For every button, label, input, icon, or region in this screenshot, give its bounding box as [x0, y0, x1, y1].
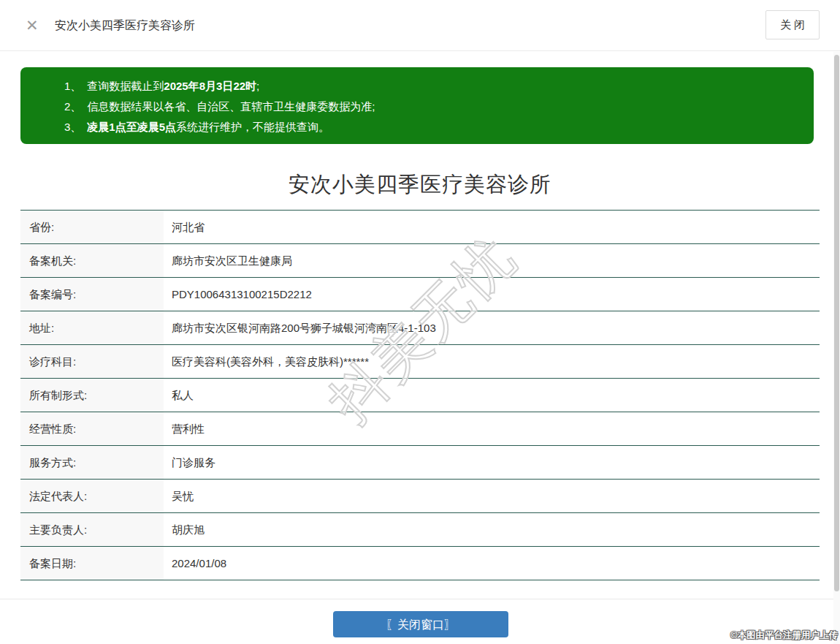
notice-text: ; [256, 80, 259, 92]
row-value: PDY10064313100215D2212 [164, 278, 820, 311]
close-button[interactable]: 关 闭 [765, 10, 820, 39]
row-value: 私人 [164, 379, 820, 412]
header-bar: ✕ 安次小美四季医疗美容诊所 关 闭 [0, 0, 840, 51]
table-row: 诊疗科目:医疗美容科(美容外科，美容皮肤科)****** [20, 345, 820, 379]
row-label: 备案编号: [20, 278, 164, 311]
row-value: 吴忧 [164, 480, 820, 512]
notice-num: 3、 [64, 121, 81, 133]
attribution-watermark: ©本图由平台注册用户上传 [730, 629, 838, 642]
notice-box: 1、查询数据截止到2025年8月3日22时; 2、信息数据结果以各省、自治区、直… [20, 67, 814, 144]
table-row: 主要负责人:胡庆旭 [20, 513, 820, 547]
table-row: 省份:河北省 [20, 211, 820, 244]
row-value: 营利性 [164, 412, 820, 445]
row-label: 备案机关: [20, 244, 164, 277]
notice-text: 系统进行维护，不能提供查询。 [176, 121, 329, 133]
table-row: 法定代表人:吴忧 [20, 480, 820, 513]
row-value: 廊坊市安次区卫生健康局 [164, 244, 820, 277]
notice-num: 2、 [64, 100, 81, 113]
footer-divider [0, 599, 840, 599]
scrollbar-thumb[interactable] [834, 55, 839, 591]
row-value: 门诊服务 [164, 446, 820, 479]
detail-table: 省份:河北省备案机关:廊坊市安次区卫生健康局备案编号:PDY1006431310… [20, 210, 820, 580]
notice-num: 1、 [64, 80, 81, 92]
notice-line-2: 2、信息数据结果以各省、自治区、直辖市卫生健康委数据为准; [64, 96, 799, 117]
row-label: 所有制形式: [20, 379, 164, 412]
table-row: 服务方式:门诊服务 [20, 446, 820, 480]
table-row: 经营性质:营利性 [20, 412, 820, 446]
row-value: 廊坊市安次区银河南路200号狮子城银河湾南区4-1-103 [164, 311, 820, 344]
table-row: 备案编号:PDY10064313100215D2212 [20, 278, 820, 311]
scrollbar-track[interactable] [833, 52, 840, 644]
close-icon[interactable]: ✕ [26, 16, 39, 35]
row-label: 诊疗科目: [20, 345, 164, 378]
row-label: 省份: [20, 211, 164, 243]
row-value: 2024/01/08 [164, 547, 820, 580]
row-label: 备案日期: [20, 547, 164, 580]
notice-text-bold: 2025年8月3日22时 [164, 80, 256, 92]
row-label: 服务方式: [20, 446, 164, 479]
row-value: 胡庆旭 [164, 513, 820, 546]
row-label: 经营性质: [20, 412, 164, 445]
notice-text: 查询数据截止到 [87, 80, 164, 92]
notice-line-1: 1、查询数据截止到2025年8月3日22时; [64, 76, 799, 96]
row-label: 地址: [20, 311, 164, 344]
row-label: 法定代表人: [20, 480, 164, 512]
notice-line-3: 3、凌晨1点至凌晨5点系统进行维护，不能提供查询。 [64, 117, 799, 137]
table-row: 地址:廊坊市安次区银河南路200号狮子城银河湾南区4-1-103 [20, 311, 820, 345]
table-row: 所有制形式:私人 [20, 379, 820, 412]
row-label: 主要负责人: [20, 513, 164, 546]
table-row: 备案日期:2024/01/08 [20, 547, 820, 580]
notice-text-bold: 凌晨1点至凌晨5点 [87, 121, 176, 133]
window-title: 安次小美四季医疗美容诊所 [55, 18, 195, 34]
row-value: 河北省 [164, 211, 820, 243]
close-window-button[interactable]: 〖关闭窗口〗 [333, 611, 508, 637]
notice-text: 信息数据结果以各省、自治区、直辖市卫生健康委数据为准; [87, 100, 375, 113]
row-value: 医疗美容科(美容外科，美容皮肤科)****** [164, 345, 820, 378]
page-title: 安次小美四季医疗美容诊所 [0, 170, 840, 200]
clinic-record-window: ✕ 安次小美四季医疗美容诊所 关 闭 1、查询数据截止到2025年8月3日22时… [0, 0, 840, 644]
table-row: 备案机关:廊坊市安次区卫生健康局 [20, 244, 820, 278]
